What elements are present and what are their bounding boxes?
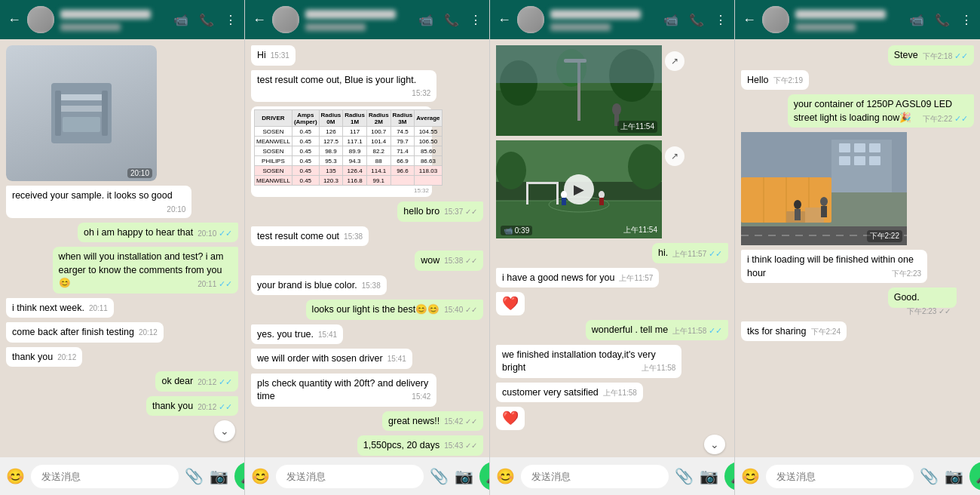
contact-name-1 bbox=[60, 10, 151, 19]
video-icon-3[interactable]: 📹 bbox=[663, 13, 678, 27]
chat-header-4: ← 📹 📞 ⋮ bbox=[735, 0, 980, 39]
container-loading-photo bbox=[741, 132, 907, 245]
more-icon-3[interactable]: ⋮ bbox=[715, 13, 727, 27]
message-input-4[interactable] bbox=[766, 465, 914, 488]
attach-button-1[interactable]: 📎 bbox=[185, 467, 204, 485]
msg-bubble: ❤️ bbox=[496, 292, 525, 315]
back-button-4[interactable]: ← bbox=[743, 12, 756, 28]
avatar-4 bbox=[762, 6, 789, 33]
svg-rect-4 bbox=[55, 91, 61, 136]
chat-input-bar-2: 😊 📎 📷 🎤 bbox=[245, 457, 489, 495]
back-button-1[interactable]: ← bbox=[8, 12, 21, 28]
svg-rect-5 bbox=[102, 91, 108, 136]
avatar-3 bbox=[517, 6, 544, 33]
emoji-button-2[interactable]: 😊 bbox=[251, 467, 270, 485]
msg-bubble: hello bro 15:37 ✓✓ bbox=[397, 201, 483, 222]
message-input-3[interactable] bbox=[521, 465, 669, 488]
tick-icon: ✓✓ bbox=[465, 208, 477, 216]
msg-time: 15:42 bbox=[412, 392, 430, 402]
tick-icon: ✓✓ bbox=[219, 402, 232, 411]
back-button-2[interactable]: ← bbox=[253, 12, 266, 28]
msg-time: 下午2:18 ✓✓ bbox=[923, 51, 968, 62]
camera-button-2[interactable]: 📷 bbox=[455, 467, 473, 485]
msg-time: 20:10 bbox=[167, 204, 185, 215]
product-image bbox=[6, 45, 157, 181]
msg-row: ▶ 📹 0:39 上午11:54 ↗ bbox=[496, 140, 728, 238]
svg-rect-37 bbox=[854, 156, 865, 165]
emoji-button-4[interactable]: 😊 bbox=[741, 467, 760, 485]
header-info-4 bbox=[795, 8, 903, 31]
share-icon[interactable]: ↗ bbox=[665, 51, 684, 71]
tick-icon: ✓✓ bbox=[219, 229, 232, 238]
table-row: MEANWELL0.45127.5117.1101.479.7106.50 bbox=[255, 137, 443, 146]
message-input-2[interactable] bbox=[276, 465, 424, 488]
msg-row: oh i am happy to hear that 20:10 ✓✓ bbox=[6, 223, 238, 243]
video-icon-1[interactable]: 📹 bbox=[173, 13, 188, 27]
scroll-down-button[interactable]: ⌄ bbox=[214, 420, 235, 441]
camera-small-icon: 📹 bbox=[504, 226, 513, 235]
camera-button-3[interactable]: 📷 bbox=[700, 467, 718, 485]
more-icon-4[interactable]: ⋮ bbox=[960, 13, 972, 27]
video-duration: 📹 0:39 bbox=[501, 226, 532, 235]
attach-button-3[interactable]: 📎 bbox=[675, 467, 694, 485]
col-driver: DRIVER bbox=[255, 110, 292, 127]
video-icon-4[interactable]: 📹 bbox=[909, 13, 924, 27]
avatar-2 bbox=[272, 6, 299, 33]
msg-time: 15:41 bbox=[318, 330, 337, 340]
phone-icon-1[interactable]: 📞 bbox=[199, 13, 214, 27]
message-input-1[interactable] bbox=[31, 465, 179, 488]
chat-area-1: 20:10 ↗ received your sample. it looks s… bbox=[0, 39, 244, 457]
container-photo-time: 下午2:22 bbox=[867, 230, 902, 242]
msg-time: 20:12 bbox=[139, 327, 158, 338]
emoji-button-3[interactable]: 😊 bbox=[496, 467, 515, 485]
phone-icon-3[interactable]: 📞 bbox=[689, 13, 704, 27]
table-row: PHILIPS0.4595.394.38866.986.63 bbox=[255, 156, 443, 166]
svg-rect-38 bbox=[869, 156, 880, 165]
msg-time: 15:31 bbox=[271, 51, 289, 61]
more-icon-1[interactable]: ⋮ bbox=[225, 13, 237, 27]
msg-time: 上午11:58 ✓✓ bbox=[672, 325, 722, 337]
msg-bubble: thank you 20:12 bbox=[6, 347, 82, 367]
msg-row: great news!! 15:42 ✓✓ bbox=[251, 411, 483, 432]
share-icon[interactable]: ↗ bbox=[665, 146, 684, 166]
msg-row: thank you 20:12 bbox=[6, 347, 238, 367]
header-icons-2: 📹 📞 ⋮ bbox=[418, 13, 482, 27]
mic-button-3[interactable]: 🎤 bbox=[724, 462, 735, 490]
mic-button-1[interactable]: 🎤 bbox=[234, 462, 245, 490]
msg-time: 15:32 bbox=[412, 88, 430, 99]
video-icon-2[interactable]: 📹 bbox=[418, 13, 433, 27]
mic-button-2[interactable]: 🎤 bbox=[479, 462, 490, 490]
emoji-button-1[interactable]: 😊 bbox=[6, 467, 25, 485]
video-time: 上午11:54 bbox=[623, 225, 657, 235]
msg-bubble: we will order with sosen driver 15:41 bbox=[251, 349, 412, 369]
scroll-down-button-3[interactable]: ⌄ bbox=[704, 435, 725, 454]
attach-button-4[interactable]: 📎 bbox=[920, 467, 939, 485]
msg-bubble: wonderful . tell me 上午11:58 ✓✓ bbox=[586, 320, 728, 340]
phone-icon-2[interactable]: 📞 bbox=[444, 13, 459, 27]
svg-point-25 bbox=[599, 191, 605, 198]
attach-button-2[interactable]: 📎 bbox=[430, 467, 449, 485]
play-button[interactable]: ▶ bbox=[564, 174, 594, 204]
contact-name-2 bbox=[305, 10, 396, 19]
header-icons-3: 📹 📞 ⋮ bbox=[663, 13, 727, 27]
street-photo-container: 上午11:54 ↗ bbox=[496, 45, 662, 136]
chat-header-1: ← 📹 📞 ⋮ bbox=[0, 0, 244, 39]
msg-time: 下午2:23 ✓✓ bbox=[907, 306, 951, 317]
svg-point-48 bbox=[820, 197, 828, 206]
msg-row: wonderful . tell me 上午11:58 ✓✓ bbox=[496, 320, 728, 340]
mic-button-4[interactable]: 🎤 bbox=[969, 462, 980, 490]
camera-button-4[interactable]: 📷 bbox=[945, 467, 963, 485]
more-icon-2[interactable]: ⋮ bbox=[470, 13, 482, 27]
header-icons-4: 📹 📞 ⋮ bbox=[909, 13, 972, 27]
msg-time: 20:12 ✓✓ bbox=[198, 377, 232, 388]
svg-point-28 bbox=[496, 152, 526, 189]
tick-icon: ✓✓ bbox=[465, 257, 477, 265]
msg-bubble: Steve 下午2:18 ✓✓ bbox=[888, 45, 974, 66]
phone-icon-4[interactable]: 📞 bbox=[935, 13, 950, 27]
contact-status-2 bbox=[305, 23, 366, 31]
video-thumbnail[interactable]: ▶ 📹 0:39 上午11:54 bbox=[496, 140, 662, 238]
msg-bubble: ok dear 20:12 ✓✓ bbox=[155, 371, 238, 392]
msg-row: we finished installation today,it's very… bbox=[496, 345, 728, 378]
camera-button-1[interactable]: 📷 bbox=[210, 467, 228, 485]
back-button-3[interactable]: ← bbox=[498, 12, 511, 28]
